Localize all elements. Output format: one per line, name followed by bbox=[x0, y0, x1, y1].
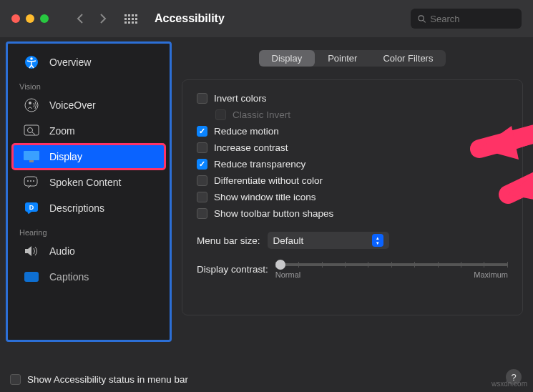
option-show-window-title-icons[interactable]: Show window title icons bbox=[197, 189, 508, 205]
option-label: Increase contrast bbox=[214, 142, 288, 153]
checkbox[interactable] bbox=[197, 126, 207, 137]
option-label: Differentiate without color bbox=[214, 175, 323, 186]
svg-line-1 bbox=[423, 20, 425, 22]
sidebar-item-display[interactable]: Display bbox=[12, 144, 165, 170]
menu-bar-size-row: Menu bar size: Default ▴▾ bbox=[197, 232, 508, 249]
display-options-panel: Invert colors Classic Invert Reduce moti… bbox=[182, 79, 523, 315]
audio-icon bbox=[22, 243, 41, 259]
nav-buttons bbox=[70, 10, 113, 27]
footer-label: Show Accessibility status in menu bar bbox=[27, 374, 188, 385]
option-show-toolbar-button-shapes[interactable]: Show toolbar button shapes bbox=[197, 205, 508, 222]
titlebar: Accessibility bbox=[0, 0, 533, 37]
option-label: Reduce transparency bbox=[214, 159, 305, 170]
option-invert-colors[interactable]: Invert colors bbox=[197, 90, 508, 107]
sidebar-item-label: Captions bbox=[49, 271, 89, 283]
svg-rect-17 bbox=[24, 272, 39, 282]
minimize-window-button[interactable] bbox=[26, 14, 34, 23]
sidebar-item-spoken-content[interactable]: Spoken Content bbox=[12, 170, 165, 195]
svg-rect-10 bbox=[29, 160, 34, 162]
sidebar-item-overview[interactable]: Overview bbox=[12, 49, 165, 75]
display-contrast-slider[interactable] bbox=[275, 263, 508, 266]
captions-icon bbox=[22, 269, 41, 285]
accessibility-icon bbox=[22, 54, 41, 70]
sidebar-item-label: VoiceOver bbox=[49, 99, 96, 111]
search-input[interactable] bbox=[430, 14, 514, 24]
menu-bar-size-select[interactable]: Default ▴▾ bbox=[268, 232, 389, 249]
fullscreen-window-button[interactable] bbox=[40, 14, 49, 23]
svg-point-12 bbox=[27, 180, 29, 182]
sidebar-item-label: Display bbox=[49, 151, 82, 162]
watermark: wsxdn.com bbox=[492, 380, 527, 388]
option-label: Invert colors bbox=[214, 93, 267, 104]
option-label: Show window title icons bbox=[214, 192, 316, 202]
svg-point-14 bbox=[33, 180, 34, 182]
svg-text:D: D bbox=[29, 204, 34, 211]
back-button[interactable] bbox=[70, 10, 90, 27]
option-reduce-transparency[interactable]: Reduce transparency bbox=[197, 156, 508, 172]
slider-min-label: Normal bbox=[275, 270, 300, 279]
close-window-button[interactable] bbox=[11, 14, 20, 23]
sidebar-item-label: Zoom bbox=[49, 125, 75, 137]
sidebar-item-label: Descriptions bbox=[49, 202, 104, 214]
forward-button[interactable] bbox=[93, 10, 113, 27]
svg-rect-9 bbox=[24, 151, 39, 160]
tab-display[interactable]: Display bbox=[259, 50, 316, 67]
sidebar-section-hearing: Hearing bbox=[8, 221, 170, 238]
search-icon bbox=[418, 14, 426, 24]
page-title: Accessibility bbox=[155, 12, 225, 25]
select-value: Default bbox=[273, 235, 304, 246]
slider-max-label: Maximum bbox=[474, 270, 508, 279]
option-label: Show toolbar button shapes bbox=[214, 208, 333, 219]
svg-point-3 bbox=[30, 57, 33, 60]
option-increase-contrast[interactable]: Increase contrast bbox=[197, 139, 508, 156]
sidebar-item-descriptions[interactable]: D Descriptions bbox=[12, 195, 165, 221]
sidebar-item-voiceover[interactable]: VoiceOver bbox=[12, 92, 165, 118]
svg-point-13 bbox=[30, 180, 31, 182]
checkbox bbox=[215, 109, 226, 120]
display-contrast-label: Display contrast: bbox=[197, 264, 268, 275]
sidebar-item-captions[interactable]: Captions bbox=[12, 264, 165, 290]
checkbox[interactable] bbox=[197, 159, 207, 170]
sidebar-item-label: Spoken Content bbox=[49, 177, 121, 188]
tab-color-filters[interactable]: Color Filters bbox=[370, 50, 446, 67]
option-reduce-motion[interactable]: Reduce motion bbox=[197, 123, 508, 139]
show-all-icon[interactable] bbox=[124, 14, 137, 24]
checkbox[interactable] bbox=[197, 142, 207, 153]
menu-bar-size-label: Menu bar size: bbox=[197, 235, 260, 246]
tab-pointer[interactable]: Pointer bbox=[315, 50, 370, 67]
zoom-icon bbox=[22, 123, 41, 139]
checkbox[interactable] bbox=[197, 175, 207, 186]
main-panel: Display Pointer Color Filters Invert col… bbox=[172, 37, 533, 392]
search-field[interactable] bbox=[411, 9, 522, 29]
svg-rect-6 bbox=[24, 125, 39, 135]
sidebar-item-label: Overview bbox=[49, 57, 91, 68]
descriptions-icon: D bbox=[22, 200, 41, 216]
checkbox[interactable] bbox=[197, 192, 207, 202]
voiceover-icon bbox=[22, 97, 41, 113]
checkbox[interactable] bbox=[197, 208, 207, 219]
option-differentiate-without-color[interactable]: Differentiate without color bbox=[197, 172, 508, 189]
display-contrast-row: Display contrast: Normal Maximum bbox=[197, 259, 508, 279]
svg-line-8 bbox=[32, 132, 35, 134]
sidebar: Overview Vision VoiceOver Zoom Display S… bbox=[6, 41, 172, 342]
window-controls bbox=[11, 14, 49, 23]
svg-point-0 bbox=[419, 15, 424, 20]
sidebar-item-label: Audio bbox=[49, 245, 75, 257]
option-classic-invert: Classic Invert bbox=[197, 107, 508, 123]
svg-point-5 bbox=[29, 102, 31, 104]
checkbox[interactable] bbox=[197, 93, 207, 104]
sidebar-section-vision: Vision bbox=[8, 75, 170, 92]
checkbox[interactable] bbox=[10, 374, 21, 385]
spoken-content-icon bbox=[22, 175, 41, 190]
tab-bar: Display Pointer Color Filters bbox=[259, 50, 446, 67]
footer-option[interactable]: Show Accessibility status in menu bar bbox=[10, 374, 188, 385]
sidebar-item-zoom[interactable]: Zoom bbox=[12, 118, 165, 144]
svg-point-7 bbox=[28, 128, 33, 133]
chevron-up-down-icon: ▴▾ bbox=[372, 234, 383, 247]
slider-thumb[interactable] bbox=[275, 260, 285, 270]
option-label: Classic Invert bbox=[233, 109, 290, 120]
sidebar-item-audio[interactable]: Audio bbox=[12, 238, 165, 264]
display-icon bbox=[22, 149, 41, 165]
option-label: Reduce motion bbox=[214, 126, 279, 137]
